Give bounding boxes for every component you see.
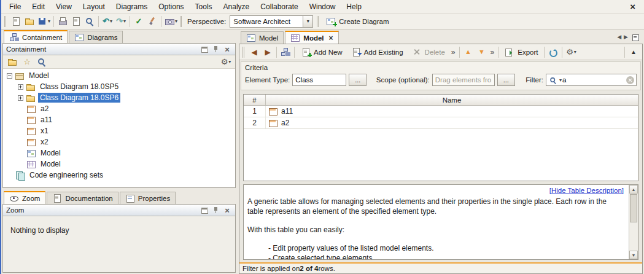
- pin-panel-button[interactable]: [211, 206, 221, 215]
- element-type-field[interactable]: [292, 74, 346, 86]
- menu-edit[interactable]: Edit: [26, 1, 50, 13]
- tree-options-button[interactable]: ⚙▾: [219, 55, 233, 69]
- format-brush-button[interactable]: [145, 15, 159, 28]
- toolbar-grip[interactable]: [242, 47, 244, 58]
- undo-button[interactable]: ↶▾: [101, 15, 114, 28]
- add-existing-button[interactable]: Add Existing: [347, 45, 408, 58]
- toolbar-grip[interactable]: [317, 16, 319, 27]
- row-name-cell[interactable]: a11: [266, 106, 638, 117]
- save-project-button[interactable]: ▾: [36, 15, 52, 28]
- print-button[interactable]: [56, 15, 69, 28]
- toolbar-grip[interactable]: [4, 16, 6, 27]
- move-down-button[interactable]: ▼: [475, 45, 489, 59]
- tab-properties[interactable]: Properties: [120, 192, 176, 204]
- clear-filter-icon[interactable]: [626, 76, 634, 84]
- tab-documentation[interactable]: Documentation: [47, 192, 118, 204]
- tree-item-selected[interactable]: Class Diagram 18.0SP6: [3, 92, 235, 103]
- close-panel-button[interactable]: ×: [222, 206, 232, 215]
- table-options-button[interactable]: ⚙▾: [564, 45, 578, 59]
- favorites-button[interactable]: ☆: [20, 55, 34, 69]
- validate-button[interactable]: ✓: [132, 15, 145, 28]
- forward-button[interactable]: ▶: [261, 45, 274, 59]
- delete-button[interactable]: Delete: [408, 45, 449, 58]
- expand-expander-icon[interactable]: [18, 95, 23, 101]
- print-preview-button[interactable]: [69, 15, 83, 28]
- filter-input[interactable]: [562, 76, 626, 84]
- open-in-tree-button[interactable]: [6, 55, 19, 69]
- close-tab-icon[interactable]: ×: [329, 34, 333, 42]
- tree-item[interactable]: x1: [3, 125, 235, 136]
- export-button[interactable]: Export: [500, 45, 542, 58]
- chevron-down-icon[interactable]: ▾: [559, 77, 562, 83]
- tab-diagrams[interactable]: Diagrams: [69, 31, 123, 43]
- menu-view[interactable]: View: [50, 1, 77, 13]
- tree-item[interactable]: Code engineering sets: [3, 170, 235, 181]
- left-tab-strip: Containment Diagrams: [2, 30, 236, 43]
- tree-item[interactable]: Model: [3, 159, 235, 170]
- table-row[interactable]: 2 a2: [244, 117, 638, 129]
- close-panel-button[interactable]: ×: [222, 45, 232, 54]
- row-name-cell[interactable]: a2: [266, 117, 638, 128]
- scroll-up-icon[interactable]: ▲: [629, 185, 638, 194]
- create-diagram-button[interactable]: Create Diagram: [322, 15, 393, 28]
- capture-image-button[interactable]: ▾: [163, 15, 179, 28]
- tree-item[interactable]: Model: [3, 70, 235, 81]
- menu-help[interactable]: Help: [341, 1, 367, 13]
- new-project-button[interactable]: [9, 15, 23, 28]
- scroll-tabs-right-icon[interactable]: ▶: [624, 34, 628, 40]
- pin-panel-button[interactable]: [211, 45, 221, 54]
- open-project-button[interactable]: [23, 15, 36, 28]
- column-header-number[interactable]: #: [244, 95, 266, 105]
- hide-table-description-link[interactable]: [Hide Table Description]: [549, 187, 624, 194]
- menu-layout[interactable]: Layout: [77, 1, 111, 13]
- menu-window[interactable]: Window: [304, 1, 341, 13]
- tab-containment[interactable]: Containment: [4, 30, 68, 43]
- menu-options[interactable]: Options: [153, 1, 189, 13]
- scope-browse-button[interactable]: ...: [497, 74, 515, 86]
- back-button[interactable]: ◀: [247, 45, 261, 59]
- column-header-name[interactable]: Name: [266, 95, 638, 105]
- tree-item[interactable]: x2: [3, 136, 235, 147]
- menu-file[interactable]: File: [4, 1, 26, 13]
- tree-item[interactable]: a11: [3, 114, 235, 125]
- add-new-button[interactable]: Add New: [297, 45, 347, 58]
- close-icon[interactable]: ×: [624, 1, 642, 12]
- tree-item[interactable]: a2: [3, 103, 235, 114]
- move-up-button[interactable]: ▲: [462, 45, 475, 59]
- redo-button[interactable]: ↷▾: [114, 15, 128, 28]
- toolbar-overflow-icon[interactable]: »: [449, 48, 457, 57]
- scrollbar-thumb[interactable]: [630, 194, 637, 222]
- collapse-criteria-button[interactable]: ▲: [627, 45, 640, 59]
- toolbar-grip[interactable]: [180, 16, 182, 27]
- menu-tools[interactable]: Tools: [190, 1, 218, 13]
- tree-item[interactable]: Model: [3, 147, 235, 159]
- toolbar-overflow-icon[interactable]: »: [489, 48, 497, 57]
- tree-item[interactable]: Class Diagram 18.0SP5: [3, 81, 235, 92]
- gear-icon: ⚙: [221, 58, 228, 66]
- perspective-select[interactable]: Software Architect ▾: [230, 15, 313, 28]
- row-number: 1: [244, 106, 266, 117]
- find-button[interactable]: [83, 15, 96, 28]
- tab-navigation: ◀ ▶: [617, 33, 643, 44]
- menu-diagrams[interactable]: Diagrams: [111, 1, 153, 13]
- tab-zoom[interactable]: Zoom: [4, 191, 45, 204]
- tab-list-icon[interactable]: [630, 33, 640, 42]
- refresh-button[interactable]: [546, 45, 560, 59]
- table-row[interactable]: 1 a11: [244, 106, 638, 117]
- menu-analyze[interactable]: Analyze: [218, 1, 255, 13]
- scope-field[interactable]: [432, 74, 495, 86]
- vertical-scrollbar[interactable]: ▲ ▼: [629, 185, 638, 259]
- scroll-tabs-left-icon[interactable]: ◀: [617, 34, 621, 40]
- chevron-down-icon[interactable]: ▾: [303, 16, 312, 27]
- tab-model-diagram[interactable]: Model: [241, 31, 284, 44]
- element-type-browse-button[interactable]: ...: [349, 74, 367, 86]
- tab-model-table[interactable]: Model ×: [285, 31, 338, 44]
- scroll-down-icon[interactable]: ▼: [629, 251, 638, 259]
- collapse-expander-icon[interactable]: [7, 73, 12, 79]
- float-panel-button[interactable]: [200, 45, 210, 54]
- expand-expander-icon[interactable]: [18, 84, 23, 90]
- menu-collaborate[interactable]: Collaborate: [255, 1, 303, 13]
- show-in-containment-button[interactable]: [279, 45, 292, 59]
- float-panel-button[interactable]: [200, 206, 210, 215]
- quick-search-button[interactable]: [35, 55, 48, 69]
